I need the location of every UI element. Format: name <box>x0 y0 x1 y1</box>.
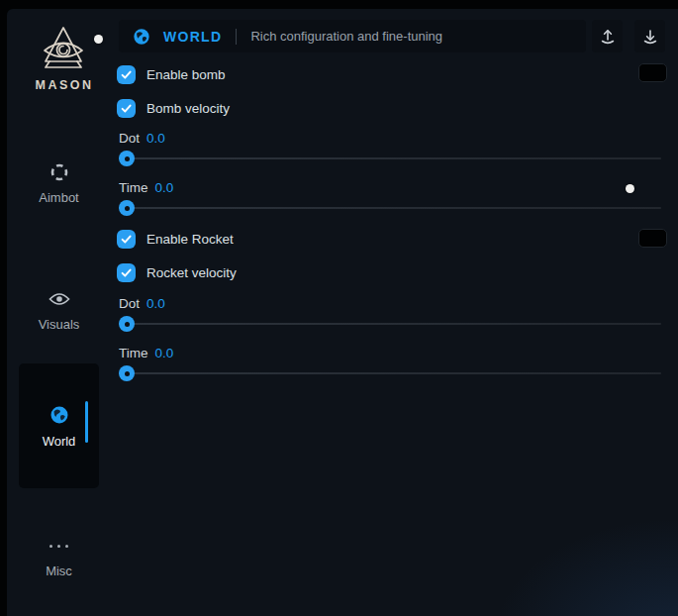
section-header: WORLD Rich configuration and fine-tuning <box>119 20 586 52</box>
cursor-dot <box>94 35 103 44</box>
sidebar-item-label: Misc <box>19 564 99 578</box>
slider-track-dot[interactable] <box>119 323 661 325</box>
slider-handle-time[interactable] <box>119 200 135 216</box>
checkbox-label: Rocket velocity <box>146 265 237 280</box>
slider-value: 0.0 <box>146 296 165 311</box>
slider-value: 0.0 <box>146 131 165 146</box>
slider-handle-dot[interactable] <box>119 316 135 332</box>
slider-value: 0.0 <box>155 346 174 360</box>
checkbox-checked-icon <box>117 99 136 118</box>
slider-track-time[interactable] <box>119 207 661 209</box>
sidebar-item-visuals[interactable]: Visuals <box>19 289 99 332</box>
checkbox-label: Enable Rocket <box>146 232 234 247</box>
checkbox-checked-icon <box>117 65 136 84</box>
checkbox-checked-icon <box>117 263 136 282</box>
slider-label-time: Time 0.0 <box>119 346 173 360</box>
active-tab-indicator <box>85 401 88 443</box>
upload-config-button[interactable] <box>592 20 623 52</box>
eye-icon <box>19 289 99 309</box>
slider-name: Time <box>119 346 148 360</box>
slider-handle-dot[interactable] <box>119 151 135 166</box>
header-divider <box>236 29 237 45</box>
bomb-color-swatch[interactable] <box>638 63 667 82</box>
slider-name: Dot <box>119 296 140 311</box>
section-subtitle: Rich configuration and fine-tuning <box>250 29 442 44</box>
download-icon <box>641 28 659 46</box>
header-tab-world[interactable]: WORLD <box>133 28 222 46</box>
crosshair-icon <box>19 162 99 182</box>
menu-window: MASON Aimbot Visuals World <box>7 9 678 616</box>
slider-label-time: Time 0.0 <box>119 180 173 195</box>
sidebar-item-misc[interactable]: Misc <box>19 536 99 578</box>
download-config-button[interactable] <box>634 20 665 52</box>
upload-icon <box>599 28 617 46</box>
cursor-dot <box>626 184 634 193</box>
sidebar-item-label: Aimbot <box>19 190 99 205</box>
checkbox-checked-icon <box>117 230 136 249</box>
brand-logo: MASON <box>24 24 103 92</box>
slider-label-dot: Dot 0.0 <box>119 296 165 311</box>
brand-name: MASON <box>24 78 103 92</box>
slider-track-time[interactable] <box>119 372 661 374</box>
checkbox-label: Bomb velocity <box>146 101 230 116</box>
slider-label-dot: Dot 0.0 <box>119 131 165 146</box>
checkbox-enable-rocket[interactable]: Enable Rocket <box>117 230 234 249</box>
ellipsis-icon <box>19 536 99 556</box>
checkbox-label: Enable bomb <box>146 67 226 82</box>
sidebar-item-aimbot[interactable]: Aimbot <box>19 162 99 205</box>
checkbox-bomb-velocity[interactable]: Bomb velocity <box>117 99 230 118</box>
section-title: WORLD <box>163 29 222 45</box>
sidebar-item-label: Visuals <box>19 317 99 332</box>
globe-icon <box>133 28 150 46</box>
slider-handle-time[interactable] <box>119 365 135 381</box>
slider-value: 0.0 <box>155 180 174 195</box>
checkbox-enable-bomb[interactable]: Enable bomb <box>117 65 226 84</box>
slider-name: Dot <box>119 131 140 146</box>
rocket-color-swatch[interactable] <box>638 229 667 248</box>
slider-name: Time <box>119 180 148 195</box>
mason-eye-logo-icon <box>36 24 91 75</box>
slider-track-dot[interactable] <box>119 157 661 159</box>
checkbox-rocket-velocity[interactable]: Rocket velocity <box>117 263 237 282</box>
